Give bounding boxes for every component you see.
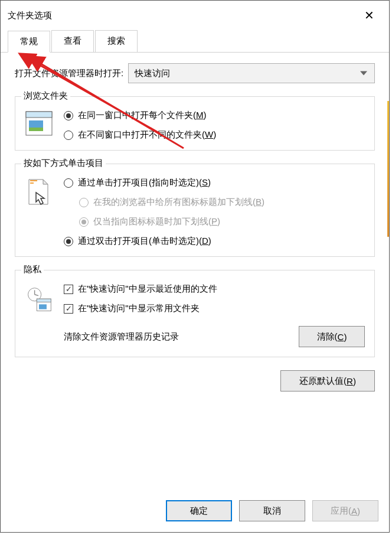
restore-row: 还原默认值(R)	[15, 370, 375, 392]
radio-icon	[64, 111, 73, 120]
radio-new-window[interactable]: 在不同窗口中打开不同的文件夹(W)	[64, 129, 365, 141]
group-privacy-title: 隐私	[21, 264, 44, 275]
clear-history-row: 清除文件资源管理器历史记录 清除(C)	[64, 326, 365, 347]
radio-icon	[64, 131, 73, 140]
privacy-icon	[25, 283, 53, 315]
radio-icon	[64, 237, 73, 246]
tab-row: 常规 查看 搜索	[1, 30, 389, 53]
dialog-button-bar: 确定 取消 应用(A)	[166, 500, 378, 521]
folder-options-dialog: 文件夹选项 ✕ 常规 查看 搜索 打开文件资源管理器时打开: 快速访问 浏览文件…	[0, 0, 390, 533]
tab-content: 打开文件资源管理器时打开: 快速访问 浏览文件夹	[1, 53, 389, 399]
open-explorer-combo[interactable]: 快速访问	[128, 63, 375, 83]
check-frequent-folders[interactable]: ✓ 在"快速访问"中显示常用文件夹	[64, 303, 365, 314]
group-click-items: 按如下方式单击项目 通过单击打开项目(指向时选定)(S)	[15, 164, 375, 257]
radio-icon	[64, 178, 73, 188]
radio-same-window[interactable]: 在同一窗口中打开每个文件夹(M)	[64, 110, 365, 121]
radio-single-click[interactable]: 通过单击打开项目(指向时选定)(S)	[64, 177, 365, 188]
window-icon	[25, 110, 53, 136]
tab-view[interactable]: 查看	[51, 30, 94, 52]
open-explorer-label: 打开文件资源管理器时打开:	[15, 68, 123, 79]
cancel-button[interactable]: 取消	[239, 500, 305, 521]
checkbox-icon: ✓	[64, 304, 73, 314]
radio-double-click[interactable]: 通过双击打开项目(单击时选定)(D)	[64, 236, 365, 247]
edge-stripe	[387, 101, 389, 237]
clear-history-label: 清除文件资源管理器历史记录	[64, 331, 287, 342]
group-browse-title: 浏览文件夹	[21, 90, 70, 102]
titlebar: 文件夹选项 ✕	[1, 1, 389, 30]
radio-icon	[79, 217, 89, 227]
tab-general[interactable]: 常规	[8, 31, 50, 53]
group-click-title: 按如下方式单击项目	[21, 158, 106, 169]
open-explorer-row: 打开文件资源管理器时打开: 快速访问	[15, 63, 375, 83]
checkbox-icon: ✓	[64, 285, 73, 294]
dialog-title: 文件夹选项	[8, 10, 357, 21]
svg-rect-12	[37, 299, 51, 302]
svg-rect-1	[26, 112, 52, 118]
svg-marker-5	[43, 180, 48, 184]
ok-button[interactable]: 确定	[166, 500, 232, 521]
svg-rect-3	[29, 128, 43, 131]
check-recent-files[interactable]: ✓ 在"快速访问"中显示最近使用的文件	[64, 283, 365, 295]
restore-defaults-button[interactable]: 还原默认值(R)	[280, 370, 375, 392]
combo-value: 快速访问	[135, 68, 170, 79]
radio-underline-all: 在我的浏览器中给所有图标标题加下划线(B)	[79, 197, 365, 208]
file-click-icon	[25, 177, 53, 208]
svg-rect-13	[39, 304, 47, 309]
radio-underline-hover: 仅当指向图标标题时加下划线(P)	[79, 216, 365, 227]
apply-button[interactable]: 应用(A)	[312, 500, 378, 521]
group-browse-folders: 浏览文件夹 在同一窗口中打开每个文件夹(M)	[15, 96, 375, 151]
close-button[interactable]: ✕	[357, 8, 381, 22]
group-privacy: 隐私 ✓ 在"快速访问"中显示最近使用的文件	[15, 270, 375, 357]
tab-search[interactable]: 搜索	[95, 30, 138, 52]
clear-button[interactable]: 清除(C)	[299, 326, 365, 347]
radio-icon	[79, 198, 89, 207]
